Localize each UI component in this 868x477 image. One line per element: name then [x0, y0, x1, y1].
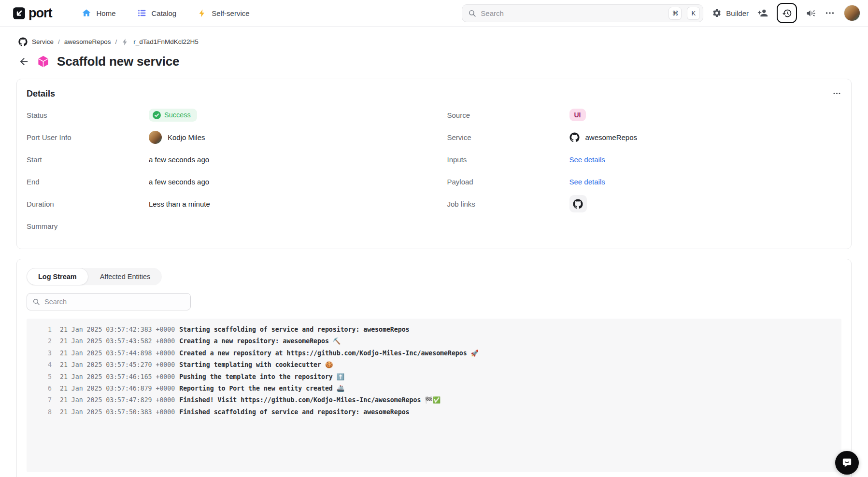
log-line: 4 21 Jan 2025 03:57:45:270 +0000 Startin…: [33, 359, 835, 371]
action-cube-icon: [37, 55, 50, 68]
back-button[interactable]: [18, 56, 29, 67]
details-more-button[interactable]: [832, 89, 841, 98]
log-line-number: 5: [33, 371, 52, 383]
status-badge-label: Success: [164, 111, 191, 119]
service-entity-link[interactable]: awesomeRepos: [569, 132, 842, 142]
nav-self-service-label: Self-service: [212, 9, 249, 17]
breadcrumb-service[interactable]: Service: [32, 38, 54, 45]
log-timestamp: 21 Jan 2025 03:57:46:879 +0000: [60, 383, 175, 394]
log-timestamp: 21 Jan 2025 03:57:42:383 +0000: [60, 324, 175, 336]
log-line: 7 21 Jan 2025 03:57:47:829 +0000 Finishe…: [33, 394, 835, 406]
source-badge: UI: [569, 109, 586, 121]
user-name: Kodjo Miles: [168, 133, 205, 141]
nav-home-label: Home: [96, 9, 115, 17]
nav-home[interactable]: Home: [82, 8, 115, 18]
log-message: Reporting to Port the new entity created…: [179, 383, 344, 394]
end-value: a few seconds ago: [149, 178, 421, 186]
page-title: Scaffold new service: [57, 54, 179, 69]
detail-row-duration: Duration Less than a minute: [27, 193, 421, 215]
inputs-see-details-link[interactable]: See details: [569, 155, 605, 164]
details-left-column: Status Success Port User Info Kodjo Mile…: [27, 104, 421, 237]
detail-row-user: Port User Info Kodjo Miles: [27, 126, 421, 148]
detail-row-job-links: Job links: [447, 193, 842, 215]
log-line: 1 21 Jan 2025 03:57:42:383 +0000 Startin…: [33, 324, 835, 336]
log-line-number: 7: [33, 394, 52, 406]
detail-label: Inputs: [447, 155, 569, 164]
job-link-github-button[interactable]: [569, 195, 587, 212]
github-icon: [569, 132, 580, 142]
log-output[interactable]: 1 21 Jan 2025 03:57:42:383 +0000 Startin…: [27, 319, 841, 472]
payload-see-details-link[interactable]: See details: [569, 178, 605, 186]
top-navbar: port Home Catalog Self-service: [0, 0, 868, 27]
log-search-input[interactable]: [44, 298, 185, 306]
announcements-icon: [806, 8, 816, 18]
status-badge: Success: [149, 109, 197, 122]
github-icon: [573, 199, 583, 209]
detail-label: End: [27, 178, 149, 186]
log-line-number: 3: [33, 348, 52, 359]
runs-history-button[interactable]: [777, 3, 797, 23]
breadcrumb-separator: /: [58, 38, 60, 45]
breadcrumb-repo[interactable]: awesomeRepos: [64, 38, 111, 45]
detail-row-inputs: Inputs See details: [447, 148, 842, 170]
detail-label: Payload: [447, 178, 569, 186]
log-timestamp: 21 Jan 2025 03:57:46:165 +0000: [60, 371, 175, 383]
detail-row-service: Service awesomeRepos: [447, 126, 842, 148]
tab-log-stream[interactable]: Log Stream: [27, 268, 88, 285]
chat-icon: [841, 457, 853, 469]
log-tabs: Log Stream Affected Entities: [27, 268, 162, 285]
user-avatar[interactable]: [844, 5, 860, 21]
tab-affected-entities[interactable]: Affected Entities: [88, 268, 162, 285]
port-logo-text: port: [28, 6, 52, 21]
log-line: 8 21 Jan 2025 03:57:50:383 +0000 Finishe…: [33, 407, 835, 418]
builder-button[interactable]: Builder: [712, 8, 749, 18]
header-actions: Builder: [712, 3, 860, 23]
log-timestamp: 21 Jan 2025 03:57:50:383 +0000: [60, 407, 175, 418]
log-message: Finished scaffolding of service and repo…: [179, 407, 409, 418]
github-icon: [18, 37, 28, 46]
user-avatar-small: [149, 131, 162, 144]
details-right-column: Source UI Service awesomeRepos Inputs Se…: [447, 104, 842, 237]
service-name: awesomeRepos: [585, 133, 638, 141]
main-nav: Home Catalog Self-service: [82, 8, 249, 18]
log-message: Starting scaffolding of service and repo…: [179, 324, 409, 336]
announcements-button[interactable]: [806, 8, 816, 18]
nav-self-service[interactable]: Self-service: [198, 9, 249, 18]
more-icon: [825, 8, 835, 18]
start-value: a few seconds ago: [149, 155, 421, 164]
global-search[interactable]: ⌘ K: [462, 4, 703, 22]
self-service-icon: [198, 9, 207, 18]
log-timestamp: 21 Jan 2025 03:57:44:898 +0000: [60, 348, 175, 359]
duration-value: Less than a minute: [149, 200, 421, 208]
detail-row-payload: Payload See details: [447, 170, 842, 193]
run-lightning-icon: [121, 38, 129, 46]
detail-label: Start: [27, 155, 149, 164]
detail-label: Summary: [27, 222, 149, 230]
nav-catalog[interactable]: Catalog: [137, 8, 177, 18]
detail-row-status: Status Success: [27, 104, 421, 126]
log-message: Starting templating with cookiecutter 🍪: [179, 359, 333, 371]
more-menu-button[interactable]: [825, 8, 835, 18]
nav-catalog-label: Catalog: [152, 9, 177, 17]
search-icon: [32, 298, 40, 306]
log-timestamp: 21 Jan 2025 03:57:45:270 +0000: [60, 359, 175, 371]
invite-user-button[interactable]: [757, 8, 768, 18]
run-history-icon: [782, 8, 792, 18]
detail-label: Port User Info: [27, 133, 149, 141]
detail-label: Service: [447, 133, 569, 141]
port-logo[interactable]: port: [13, 6, 52, 21]
chat-widget-button[interactable]: [835, 451, 859, 475]
log-timestamp: 21 Jan 2025 03:57:47:829 +0000: [60, 394, 175, 406]
log-message: Created a new repository at https://gith…: [179, 348, 479, 359]
log-message: Pushing the template into the repository…: [179, 371, 344, 383]
detail-row-summary: Summary: [27, 215, 421, 237]
kbd-k: K: [687, 7, 700, 20]
page-header: Scaffold new service: [0, 46, 868, 69]
global-search-input[interactable]: [481, 9, 663, 17]
invite-user-icon: [757, 8, 768, 18]
log-message: Finished! Visit https://github.com/Kodjo…: [179, 394, 441, 406]
log-line-number: 2: [33, 336, 52, 347]
kbd-cmd: ⌘: [669, 7, 682, 20]
log-search[interactable]: [27, 293, 191, 310]
detail-label: Status: [27, 111, 149, 119]
